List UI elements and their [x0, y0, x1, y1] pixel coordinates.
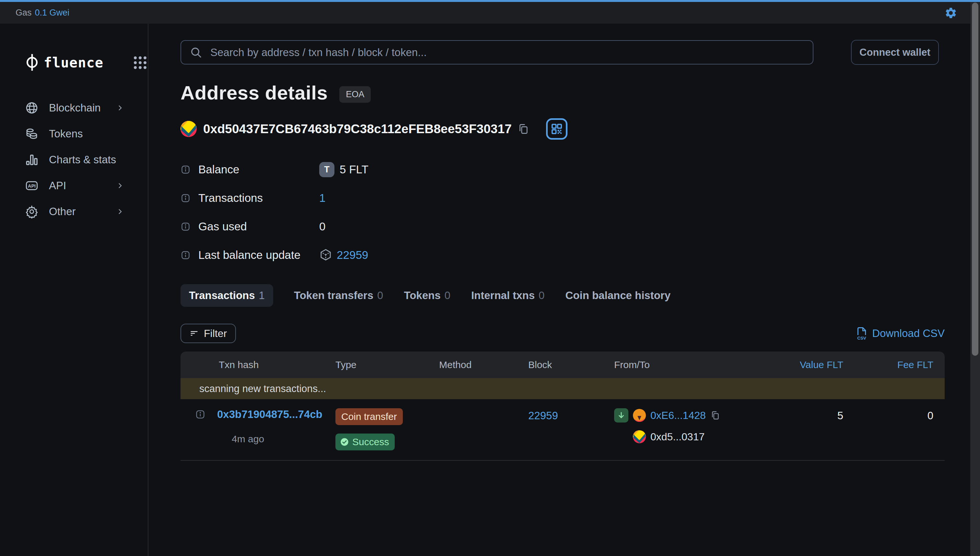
chevron-right-icon [116, 182, 124, 189]
info-icon [181, 250, 191, 260]
txn-block-link[interactable]: 22959 [528, 409, 558, 422]
coins-icon [25, 127, 39, 141]
balance-value: T 5 FLT [319, 162, 369, 177]
app-layout: fluence Blockchain [0, 24, 980, 556]
txn-fee-cell: 0 [843, 408, 933, 422]
apps-grid-icon[interactable] [134, 57, 147, 69]
search-box[interactable] [181, 40, 813, 65]
tab-tokens[interactable]: Tokens 0 [404, 284, 450, 307]
table-row: 0x3b71904875...74cb 4m ago Coin transfer… [181, 399, 945, 461]
from-address-link[interactable]: 0xE6...1428 [650, 409, 706, 422]
gear-icon [25, 205, 39, 218]
col-fee[interactable]: Fee FLT [843, 359, 933, 370]
sidebar-item-other[interactable]: Other [25, 199, 148, 225]
arrow-down-in-icon [614, 408, 628, 422]
scanning-notice: scanning new transactions... [181, 378, 945, 399]
topbar: Gas 0.1 Gwei [0, 2, 980, 24]
tab-count: 0 [377, 289, 383, 302]
svg-text:API: API [28, 183, 36, 189]
scanning-notice-text: scanning new transactions... [199, 383, 326, 394]
download-csv-link[interactable]: CSV Download CSV [855, 326, 945, 341]
txn-hash-cell: 0x3b71904875...74cb 4m ago [181, 408, 335, 444]
txn-block-cell: 22959 [528, 408, 614, 422]
info-icon [181, 221, 191, 232]
tab-coin-balance-history[interactable]: Coin balance history [565, 284, 671, 307]
check-circle-icon [340, 437, 349, 446]
chevron-right-icon [116, 208, 124, 215]
last-balance-update-block-link[interactable]: 22959 [337, 249, 368, 262]
transactions-row: Transactions 1 [181, 184, 945, 212]
tab-transactions[interactable]: Transactions 1 [181, 284, 273, 307]
gas-tracker: Gas 0.1 Gwei [16, 8, 70, 18]
from-avatar [633, 409, 646, 422]
sidebar-item-charts-stats[interactable]: Charts & stats [25, 147, 148, 173]
txn-hash-link[interactable]: 0x3b71904875...74cb [217, 408, 322, 420]
qr-code-button[interactable] [546, 118, 568, 140]
balance-amount: 5 FLT [340, 163, 369, 176]
table-toolbar: Filter CSV Download CSV [181, 324, 945, 343]
transactions-label: Transactions [198, 191, 263, 204]
col-block: Block [528, 359, 614, 370]
txn-value-cell: 5 [765, 408, 843, 422]
address-avatar [181, 121, 197, 137]
sidebar-item-label: Other [49, 205, 76, 218]
tab-label: Coin balance history [565, 289, 671, 302]
txn-type-cell: Coin transfer Success [335, 408, 439, 450]
tabs: Transactions 1 Token transfers 0 Tokens … [181, 284, 945, 307]
txn-type-badge: Coin transfer [335, 408, 403, 425]
table-header: Txn hash Type Method Block From/To Value… [181, 352, 945, 378]
col-method: Method [439, 359, 528, 370]
sidebar-nav: Blockchain Tokens [25, 95, 148, 225]
txn-age: 4m ago [232, 433, 335, 444]
fluence-logo-icon[interactable] [25, 53, 39, 72]
csv-file-icon: CSV [855, 326, 868, 341]
tab-token-transfers[interactable]: Token transfers 0 [294, 284, 383, 307]
copy-icon[interactable] [517, 123, 529, 135]
settings-gear-icon[interactable] [944, 6, 957, 19]
gas-value: 0.1 Gwei [35, 8, 70, 18]
eoa-badge: EOA [339, 86, 371, 103]
col-from-to: From/To [614, 359, 765, 370]
tab-internal-txns[interactable]: Internal txns 0 [471, 284, 545, 307]
tab-label: Token transfers [294, 289, 374, 302]
balance-label: Balance [198, 163, 239, 176]
txn-from-to-cell: 0xE6...1428 [614, 408, 765, 443]
logo-row: fluence [25, 53, 148, 72]
scrollbar[interactable] [970, 0, 980, 556]
bar-chart-icon [25, 153, 39, 166]
sidebar-item-label: Tokens [49, 128, 83, 140]
tab-label: Internal txns [471, 289, 535, 302]
transactions-count-link[interactable]: 1 [319, 191, 325, 204]
tab-count: 0 [539, 289, 545, 302]
sidebar-item-api[interactable]: API API [25, 173, 148, 199]
sidebar: fluence Blockchain [0, 24, 149, 556]
to-address: 0xd5...0317 [650, 431, 705, 443]
tab-label: Transactions [189, 289, 255, 302]
txn-status-label: Success [352, 436, 389, 448]
gas-used-row: Gas used 0 [181, 212, 945, 241]
last-balance-update-row: Last balance update 22959 [181, 241, 945, 269]
tab-label: Tokens [404, 289, 440, 302]
title-row: Address details EOA [181, 82, 945, 104]
col-value[interactable]: Value FLT [765, 359, 843, 370]
sidebar-item-tokens[interactable]: Tokens [25, 121, 148, 147]
search-input[interactable] [210, 46, 804, 59]
search-icon [189, 46, 202, 59]
scrollbar-thumb[interactable] [972, 3, 978, 356]
txn-status-badge: Success [335, 433, 395, 450]
info-icon[interactable] [195, 409, 205, 420]
tab-count: 1 [259, 289, 265, 302]
globe-icon [25, 101, 39, 115]
sidebar-item-blockchain[interactable]: Blockchain [25, 95, 148, 121]
copy-icon[interactable] [710, 411, 720, 420]
download-csv-label: Download CSV [872, 327, 945, 339]
connect-wallet-button[interactable]: Connect wallet [851, 40, 939, 65]
info-icon [181, 193, 191, 203]
main-content: Connect wallet Address details EOA [149, 24, 980, 556]
transactions-table: Txn hash Type Method Block From/To Value… [181, 352, 945, 461]
filter-button[interactable]: Filter [181, 324, 236, 343]
address-hash[interactable]: 0xd50437E7CB67463b79C38c112eFEB8ee53F303… [203, 122, 512, 136]
filter-label: Filter [204, 328, 227, 339]
svg-text:CSV: CSV [857, 336, 867, 341]
logo-text[interactable]: fluence [44, 55, 103, 71]
